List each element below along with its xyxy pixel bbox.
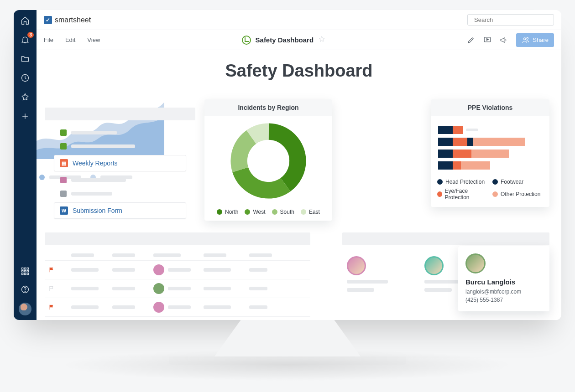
svg-point-14 (524, 37, 526, 40)
ppe-bar-3 (438, 150, 542, 158)
apps-icon[interactable] (20, 266, 30, 276)
legend-eye: Eye/Face Protection (445, 188, 488, 201)
flag-icon[interactable] (45, 304, 68, 310)
ppe-violations-card: PPE Violations Head Protection Footwear … (431, 99, 549, 207)
avatar (153, 302, 164, 313)
list-item-weekly-reports[interactable]: ▤Weekly Reports (54, 155, 186, 171)
notification-badge: 3 (27, 32, 34, 38)
legend-west: West (253, 209, 265, 215)
favorite-toggle-icon[interactable] (318, 36, 325, 44)
current-user-avatar[interactable] (19, 303, 31, 315)
table-row[interactable] (45, 260, 310, 279)
donut-legend: North West South East (204, 206, 332, 221)
page-title: Safety Dashboard (37, 61, 561, 81)
data-table (45, 232, 310, 320)
legend-head: Head Protection (445, 179, 485, 185)
avatar (153, 264, 164, 275)
doc-title: Safety Dashboard (256, 36, 314, 44)
svg-rect-5 (24, 270, 26, 272)
svg-point-11 (25, 291, 25, 292)
avatar (153, 283, 164, 294)
dashboard-type-icon (242, 36, 251, 45)
svg-point-20 (250, 143, 287, 180)
monitor-frame: 3 ✓ smartsheet (14, 10, 561, 320)
list-item[interactable] (45, 126, 195, 139)
app-root: 3 ✓ smartsheet (14, 10, 561, 320)
recent-icon[interactable] (20, 73, 30, 83)
flag-icon[interactable] (45, 267, 68, 273)
list-item-submission-form[interactable]: WSubmission Form (54, 202, 186, 219)
ppe-bar-1 (438, 126, 542, 134)
contact-name: Burcu Langlois (465, 278, 542, 286)
top-bar: ✓ smartsheet (37, 10, 561, 30)
legend-east: East (309, 209, 320, 215)
avatar (424, 256, 444, 275)
svg-rect-2 (24, 268, 26, 269)
table-row[interactable] (45, 316, 310, 320)
edit-icon[interactable] (467, 36, 475, 44)
notifications-icon[interactable]: 3 (20, 35, 30, 45)
svg-rect-1 (22, 268, 23, 269)
dashboard-content: Safety Dashboard ▤Weekly Reports WSubmis… (37, 50, 561, 320)
legend-other: Other Protection (501, 191, 540, 197)
list-item[interactable] (45, 139, 195, 153)
search-field[interactable] (474, 16, 551, 23)
contact-phone: (425) 555-1387 (465, 296, 542, 304)
present-icon[interactable] (483, 36, 491, 44)
contact-card: Burcu Langlois langlois@mbfcorp.com (425… (458, 246, 549, 311)
ppe-legend: Head Protection Footwear Eye/Face Protec… (431, 175, 549, 207)
svg-rect-3 (27, 268, 28, 269)
svg-point-15 (527, 37, 528, 39)
brand-logo[interactable]: ✓ smartsheet (44, 16, 91, 24)
left-list-panel: ▤Weekly Reports WSubmission Form (45, 108, 195, 221)
legend-foot: Footwear (501, 179, 523, 185)
search-input[interactable] (467, 14, 554, 26)
folder-icon[interactable] (20, 54, 30, 64)
ppe-title: PPE Violations (431, 99, 549, 116)
people-icon (522, 36, 530, 44)
donut-title: Incidents by Region (204, 99, 332, 116)
legend-south: South (280, 209, 294, 215)
incidents-by-region-card: Incidents by Region North West (204, 99, 332, 221)
svg-rect-6 (27, 270, 28, 272)
list-header-placeholder (45, 108, 195, 120)
home-icon[interactable] (20, 15, 30, 26)
main-area: ✓ smartsheet File Edit View Safety Dashb… (37, 10, 561, 320)
ppe-bar-4 (438, 161, 542, 170)
table-header-row (45, 251, 310, 260)
left-rail: 3 (14, 10, 37, 320)
share-label: Share (533, 36, 549, 43)
svg-rect-4 (22, 270, 23, 272)
menu-bar: File Edit View Safety Dashboard Share (37, 30, 561, 50)
person-card[interactable] (347, 256, 388, 292)
monitor-stand (214, 320, 361, 356)
legend-north: North (225, 209, 238, 215)
list-item[interactable] (45, 173, 195, 187)
add-icon[interactable] (20, 111, 30, 121)
svg-rect-7 (22, 273, 23, 274)
form-icon: W (60, 206, 68, 215)
menu-file[interactable]: File (44, 36, 53, 43)
people-header-placeholder (342, 232, 549, 245)
help-icon[interactable] (20, 284, 30, 294)
menu-edit[interactable]: Edit (65, 36, 75, 43)
contact-email[interactable]: langlois@mbfcorp.com (465, 288, 542, 296)
svg-rect-9 (27, 273, 28, 274)
share-button[interactable]: Share (516, 33, 554, 47)
flag-icon[interactable] (45, 285, 68, 292)
avatar (347, 256, 366, 275)
report-icon: ▤ (60, 159, 68, 167)
brand-mark-icon: ✓ (44, 16, 52, 24)
area-legend-dot-a (39, 175, 45, 180)
contact-avatar (465, 253, 486, 273)
table-row[interactable] (45, 279, 310, 298)
svg-rect-8 (24, 273, 26, 274)
submission-form-label: Submission Form (73, 207, 122, 214)
weekly-reports-label: Weekly Reports (73, 160, 118, 167)
brand-name: smartsheet (55, 16, 91, 24)
menu-view[interactable]: View (87, 36, 100, 43)
table-row[interactable] (45, 298, 310, 316)
favorites-icon[interactable] (20, 92, 30, 102)
announce-icon[interactable] (500, 36, 508, 44)
list-item[interactable] (45, 187, 195, 201)
